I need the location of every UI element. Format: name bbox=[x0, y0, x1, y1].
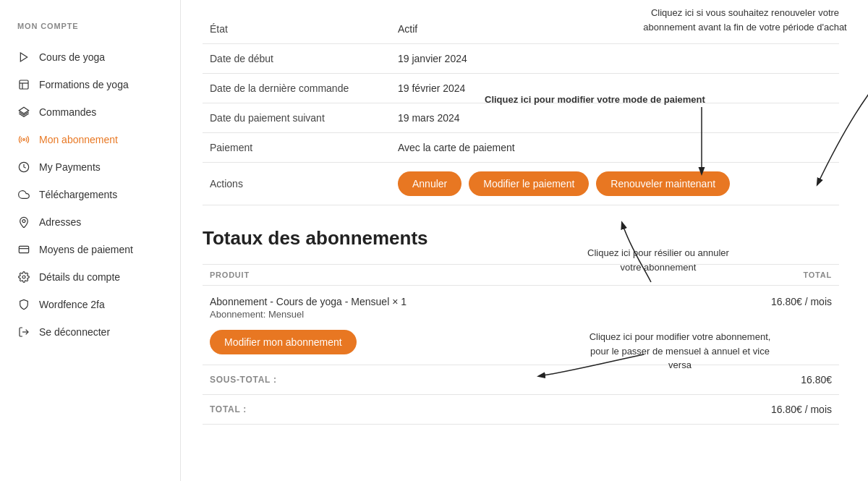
sidebar-item-label: Wordfence 2fa bbox=[39, 299, 105, 310]
play-icon bbox=[17, 51, 30, 64]
sidebar: MON COMPTE Cours de yoga Formations de y… bbox=[0, 0, 181, 481]
svg-point-10 bbox=[22, 276, 25, 278]
info-label: Date du paiement suivant bbox=[203, 103, 391, 133]
sidebar-section-title: MON COMPTE bbox=[0, 22, 180, 43]
info-label: État bbox=[203, 14, 391, 44]
sidebar-item-telechargements[interactable]: Téléchargements bbox=[0, 181, 180, 208]
sidebar-item-deconnexion[interactable]: Se déconnecter bbox=[0, 318, 180, 346]
annuler-button[interactable]: Annuler bbox=[398, 171, 461, 196]
subscription-info-table: État Actif Date de début 19 janvier 2024… bbox=[203, 14, 839, 205]
sidebar-item-label: Mon abonnement bbox=[39, 134, 118, 145]
sidebar-item-label: Adresses bbox=[39, 216, 81, 228]
footer-label: TOTAL : bbox=[203, 395, 672, 425]
shield-icon bbox=[17, 298, 30, 311]
book-icon bbox=[17, 78, 30, 91]
layers-icon bbox=[17, 106, 30, 119]
sidebar-item-label: My Payments bbox=[39, 161, 101, 173]
clock-icon bbox=[17, 161, 30, 174]
pin-icon bbox=[17, 216, 30, 229]
info-value: 19 mars 2024 bbox=[391, 103, 839, 133]
product-sub: Abonnement: Mensuel bbox=[210, 309, 665, 320]
svg-marker-0 bbox=[20, 53, 27, 61]
sidebar-item-label: Formations de yoga bbox=[39, 79, 129, 90]
svg-point-5 bbox=[23, 139, 25, 141]
sidebar-item-label: Cours de yoga bbox=[39, 51, 105, 63]
renouveler-button[interactable]: Renouveler maintenant bbox=[596, 171, 730, 196]
sidebar-item-commandes[interactable]: Commandes bbox=[0, 98, 180, 126]
info-label: Actions bbox=[203, 163, 391, 205]
card-icon bbox=[17, 243, 30, 256]
callout-payment-mode: Cliquez ici pour modifier votre mode de … bbox=[485, 93, 705, 107]
info-row: Paiement Avec la carte de paiement bbox=[203, 133, 839, 163]
sidebar-item-label: Téléchargements bbox=[39, 189, 117, 200]
callout-cancel: Cliquez ici pour résilier ou annuler vot… bbox=[586, 246, 731, 274]
settings-icon bbox=[17, 271, 30, 284]
sidebar-item-moyens-paiement[interactable]: Moyens de paiement bbox=[0, 236, 180, 263]
modifier-abonnement-button[interactable]: Modifier mon abonnement bbox=[210, 330, 357, 354]
callout-modify-sub: Cliquez ici pour modifier votre abonneme… bbox=[586, 330, 774, 373]
info-row: Actions Annuler Modifier le paiement Ren… bbox=[203, 163, 839, 205]
info-value: Avec la carte de paiement bbox=[391, 133, 839, 163]
sidebar-item-label: Commandes bbox=[39, 106, 96, 118]
sidebar-item-label: Moyens de paiement bbox=[39, 244, 133, 255]
actions-cell: Annuler Modifier le paiement Renouveler … bbox=[391, 163, 839, 205]
footer-row: TOTAL : 16.80€ / mois bbox=[203, 395, 839, 425]
svg-rect-8 bbox=[19, 246, 28, 252]
callout-renew: Cliquez ici si vous souhaitez renouveler… bbox=[629, 6, 861, 34]
footer-value: 16.80€ / mois bbox=[672, 395, 839, 425]
info-label: Paiement bbox=[203, 133, 391, 163]
modifier-paiement-button[interactable]: Modifier le paiement bbox=[469, 171, 589, 196]
sidebar-item-cours-yoga[interactable]: Cours de yoga bbox=[0, 43, 180, 71]
radio-icon bbox=[17, 133, 30, 146]
sidebar-item-formations-yoga[interactable]: Formations de yoga bbox=[0, 71, 180, 98]
sidebar-item-details-compte[interactable]: Détails du compte bbox=[0, 263, 180, 291]
product-name: Abonnement - Cours de yoga - Mensuel × 1 bbox=[210, 296, 665, 307]
svg-point-7 bbox=[22, 220, 25, 223]
main-content: État Actif Date de début 19 janvier 2024… bbox=[181, 0, 868, 481]
info-row: Date du paiement suivant 19 mars 2024 bbox=[203, 103, 839, 133]
info-label: Date de la dernière commande bbox=[203, 74, 391, 103]
sidebar-item-mon-abonnement[interactable]: Mon abonnement bbox=[0, 126, 180, 153]
logout-icon bbox=[17, 325, 30, 339]
info-label: Date de début bbox=[203, 44, 391, 74]
sidebar-item-adresses[interactable]: Adresses bbox=[0, 208, 180, 236]
sidebar-item-label: Détails du compte bbox=[39, 271, 120, 283]
sidebar-item-my-payments[interactable]: My Payments bbox=[0, 153, 180, 181]
sidebar-item-wordfence[interactable]: Wordfence 2fa bbox=[0, 291, 180, 318]
sidebar-item-label: Se déconnecter bbox=[39, 326, 110, 338]
svg-rect-1 bbox=[20, 80, 28, 89]
section-title: Totaux des abonnements bbox=[203, 227, 839, 250]
info-row: Date de début 19 janvier 2024 bbox=[203, 44, 839, 74]
cloud-icon bbox=[17, 188, 30, 201]
info-value: 19 janvier 2024 bbox=[391, 44, 839, 74]
